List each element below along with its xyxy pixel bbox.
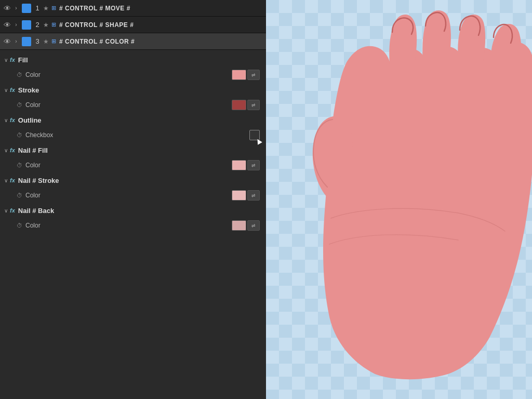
color-swatch-stroke-color[interactable] [232,100,246,110]
chevron-icon-1[interactable]: › [12,5,20,11]
layer-color-box-3[interactable] [22,37,31,46]
layer-num-1: 1 [33,4,42,12]
clock-icon-nail-fill-color: ⏱ [17,162,22,168]
section-chevron-stroke: ∨ [4,87,8,93]
section-header-fill[interactable]: ∨ fx Fill [0,52,266,68]
link-btn-nail-back-color[interactable]: ⇌ [247,220,260,231]
prop-row-nail-stroke-color: ⏱ Color ⇌ [0,188,266,203]
section-nail-fill: ∨ fx Nail # Fill ⏱ Color ⇌ [0,142,266,172]
section-chevron-nail-fill: ∨ [4,148,8,153]
section-name-outline: Outline [18,116,42,124]
section-stroke: ∨ fx Stroke ⏱ Color ⇌ [0,82,266,112]
checkbox-outline-checkbox[interactable] [249,130,260,140]
prop-controls-nail-stroke-color: ⇌ [232,190,260,201]
section-nail-back: ∨ fx Nail # Back ⏱ Color ⇌ [0,203,266,233]
clock-icon-nail-back-color: ⏱ [17,222,22,229]
fx-label-fill: fx [10,57,15,63]
left-panel: 👁 › 1 ★ ⊞ # CONTROL # MOVE # 👁 › 2 ★ ⊞ #… [0,0,266,399]
layer-name-2: # CONTROL # SHAPE # [59,21,134,29]
layer-row-1[interactable]: 👁 › 1 ★ ⊞ # CONTROL # MOVE # [0,0,266,17]
layer-name-1: # CONTROL # MOVE # [59,5,130,12]
fx-label-nail-back: fx [10,207,15,214]
prop-label-fill-color: Color [25,71,232,78]
hash-icon-1: ⊞ [51,5,56,11]
prop-row-outline-checkbox: ⏱ Checkbox [0,128,266,142]
section-name-nail-stroke: Nail # Stroke [18,177,59,184]
section-outline: ∨ fx Outline ⏱ Checkbox [0,112,266,142]
eye-icon-2[interactable]: 👁 [2,21,12,29]
fx-label-stroke: fx [10,87,15,93]
hash-icon-3: ⊞ [51,38,56,45]
section-header-nail-back[interactable]: ∨ fx Nail # Back [0,203,266,218]
fx-label-outline: fx [10,117,15,123]
clock-icon-stroke-color: ⏱ [17,102,22,108]
section-header-nail-stroke[interactable]: ∨ fx Nail # Stroke [0,172,266,188]
link-btn-nail-stroke-color[interactable]: ⇌ [247,190,260,201]
section-name-stroke: Stroke [18,86,39,94]
layer-color-box-1[interactable] [22,4,31,13]
link-btn-stroke-color[interactable]: ⇌ [247,100,260,110]
layer-num-2: 2 [33,21,42,29]
properties-panel: ∨ fx Fill ⏱ Color ⇌ ∨ fx Stroke ⏱ Color … [0,50,266,399]
section-chevron-fill: ∨ [4,57,8,63]
prop-row-fill-color: ⏱ Color ⇌ [0,68,266,82]
prop-controls-nail-back-color: ⇌ [232,220,260,231]
prop-label-stroke-color: Color [25,101,232,109]
star-icon-3[interactable]: ★ [43,38,49,45]
eye-icon-3[interactable]: 👁 [2,37,12,46]
prop-controls-outline-checkbox [249,130,260,140]
link-btn-nail-fill-color[interactable]: ⇌ [247,160,260,170]
prop-label-nail-back-color: Color [25,222,232,229]
fx-label-nail-stroke: fx [10,177,15,183]
layer-color-box-2[interactable] [22,20,31,30]
clock-icon-outline-checkbox: ⏱ [17,132,22,138]
section-chevron-nail-back: ∨ [4,208,8,214]
layer-list: 👁 › 1 ★ ⊞ # CONTROL # MOVE # 👁 › 2 ★ ⊞ #… [0,0,266,50]
section-name-nail-back: Nail # Back [18,207,54,215]
section-header-nail-fill[interactable]: ∨ fx Nail # Fill [0,142,266,158]
checkerboard-background [266,0,532,399]
prop-controls-nail-fill-color: ⇌ [232,160,260,170]
prop-controls-fill-color: ⇌ [232,70,260,80]
canvas-panel [266,0,532,399]
star-icon-1[interactable]: ★ [43,5,49,12]
prop-controls-stroke-color: ⇌ [232,100,260,110]
section-nail-stroke: ∨ fx Nail # Stroke ⏱ Color ⇌ [0,172,266,203]
prop-row-stroke-color: ⏱ Color ⇌ [0,98,266,112]
link-btn-fill-color[interactable]: ⇌ [247,70,260,80]
color-swatch-nail-fill-color[interactable] [232,160,246,170]
color-swatch-nail-stroke-color[interactable] [232,190,246,201]
color-swatch-nail-back-color[interactable] [232,220,246,231]
layer-row-2[interactable]: 👁 › 2 ★ ⊞ # CONTROL # SHAPE # [0,17,266,33]
layer-num-3: 3 [33,37,42,45]
chevron-icon-2[interactable]: › [12,22,20,28]
section-header-stroke[interactable]: ∨ fx Stroke [0,82,266,98]
section-chevron-nail-stroke: ∨ [4,178,8,183]
prop-label-nail-fill-color: Color [25,162,232,169]
hand-illustration [266,0,532,399]
clock-icon-nail-stroke-color: ⏱ [17,192,22,198]
eye-icon-1[interactable]: 👁 [2,4,12,12]
prop-label-nail-stroke-color: Color [25,192,232,199]
hash-icon-2: ⊞ [51,21,56,28]
clock-icon-fill-color: ⏱ [17,72,22,78]
fx-label-nail-fill: fx [10,147,15,153]
prop-row-nail-fill-color: ⏱ Color ⇌ [0,158,266,172]
section-fill: ∨ fx Fill ⏱ Color ⇌ [0,52,266,82]
prop-label-outline-checkbox: Checkbox [25,131,249,139]
color-swatch-fill-color[interactable] [232,70,246,80]
star-icon-2[interactable]: ★ [43,21,49,29]
section-chevron-outline: ∨ [4,117,8,123]
section-name-fill: Fill [18,56,28,64]
section-name-nail-fill: Nail # Fill [18,147,48,154]
prop-row-nail-back-color: ⏱ Color ⇌ [0,218,266,233]
layer-row-3[interactable]: 👁 › 3 ★ ⊞ # CONTROL # COLOR # [0,33,266,50]
section-header-outline[interactable]: ∨ fx Outline [0,112,266,128]
layer-name-3: # CONTROL # COLOR # [59,38,135,45]
chevron-icon-3[interactable]: › [12,38,20,44]
